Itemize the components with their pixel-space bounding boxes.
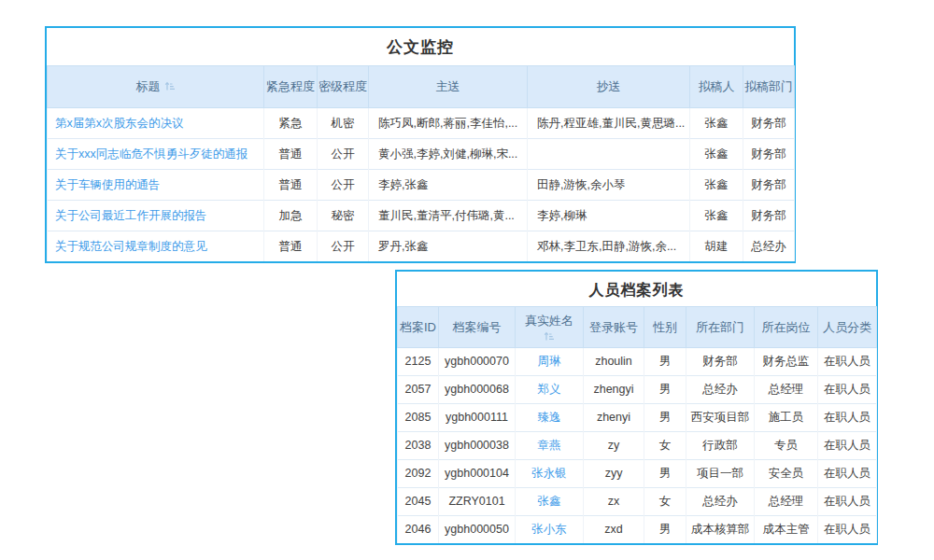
person-name-link[interactable]: 张小东 [531, 523, 567, 536]
table-row: 关于规范公司规章制度的意见普通公开罗丹,张鑫邓林,李卫东,田静,游恢,余...胡… [48, 231, 795, 262]
table-cell: 2038 [398, 431, 439, 459]
table-cell: 董川民,董清平,付伟璐,黄... [369, 201, 528, 231]
column-header: 紧急程度 [264, 66, 318, 108]
doc-monitor-table-body: 第x届第x次股东会的决议紧急机密陈巧凤,断郎,蒋丽,李佳怡,...陈丹,程亚雄,… [48, 108, 795, 262]
column-header-label: 档案ID [400, 320, 436, 334]
table-cell: 张鑫 [690, 108, 743, 139]
column-header: 所在部门 [686, 307, 755, 348]
table-cell: 臻逸 [516, 403, 584, 431]
table-row: 2057ygbh000068郑义zhengyi男总经办总经理在职人员 [398, 375, 877, 403]
person-name-link[interactable]: 张鑫 [538, 495, 561, 508]
table-cell: 财务部 [686, 347, 755, 375]
personnel-table: 档案ID档案编号真实姓名登录账号性别所在部门所在岗位人员分类 2125ygbh0… [397, 306, 877, 543]
table-cell: 西安项目部 [686, 403, 755, 431]
table-cell: 2057 [398, 375, 439, 403]
doc-title-link[interactable]: 关于车辆使用的通告 [55, 178, 161, 191]
doc-title-link[interactable]: 关于规范公司规章制度的意见 [55, 240, 207, 253]
column-header: 拟稿人 [690, 66, 743, 108]
table-row: 2085ygbh000111臻逸zhenyi男西安项目部施工员在职人员 [398, 403, 877, 431]
table-row: 2045ZZRY0101张鑫zx女总经办总经理在职人员 [398, 487, 877, 515]
column-header-label: 拟稿部门 [744, 79, 793, 93]
sort-icon[interactable] [164, 81, 176, 91]
table-cell: 机密 [318, 108, 369, 139]
table-cell: 黄小强,李婷,刘健,柳琳,宋... [369, 139, 528, 170]
table-cell: 张小东 [516, 515, 584, 543]
person-name-link[interactable]: 张永银 [531, 467, 567, 480]
table-row: 关于公司最近工作开展的报告加急秘密董川民,董清平,付伟璐,黄...李婷,柳琳张鑫… [48, 201, 795, 231]
table-cell: 张鑫 [516, 487, 584, 515]
table-cell: zy [584, 431, 644, 459]
doc-title-link[interactable]: 关于公司最近工作开展的报告 [55, 209, 207, 222]
table-row: 关于xxx同志临危不惧勇斗歹徒的通报普通公开黄小强,李婷,刘健,柳琳,宋...张… [48, 139, 795, 170]
table-cell: 在职人员 [818, 459, 877, 487]
column-header-label: 性别 [653, 320, 677, 334]
column-header-label: 登录账号 [589, 320, 638, 334]
table-cell: ygbh000070 [439, 347, 516, 375]
personnel-table-body: 2125ygbh000070周琳zhoulin男财务部财务总监在职人员2057y… [398, 347, 877, 543]
table-cell: 罗丹,张鑫 [369, 231, 528, 262]
sort-icon[interactable] [544, 331, 555, 342]
personnel-table-header: 档案ID档案编号真实姓名登录账号性别所在部门所在岗位人员分类 [398, 307, 877, 348]
table-cell: 2085 [398, 403, 439, 431]
table-cell: 普通 [264, 139, 318, 170]
table-cell: 周琳 [516, 347, 584, 375]
table-cell: 紧急 [264, 108, 318, 139]
table-cell: 在职人员 [818, 515, 877, 543]
table-cell: 成本核算部 [686, 515, 755, 543]
doc-title-link[interactable]: 第x届第x次股东会的决议 [55, 117, 184, 130]
column-header: 拟稿部门 [743, 66, 795, 108]
table-cell: 张鑫 [690, 201, 743, 231]
column-header: 抄送 [528, 66, 690, 108]
table-cell: 关于车辆使用的通告 [48, 170, 264, 201]
column-header: 档案ID [398, 307, 439, 348]
table-cell: 李婷,张鑫 [369, 170, 528, 201]
table-cell: 专员 [755, 431, 818, 459]
person-name-link[interactable]: 郑义 [538, 383, 561, 396]
column-header[interactable]: 标题 [48, 66, 264, 108]
table-cell: zyy [584, 459, 644, 487]
table-cell: 邓林,李卫东,田静,游恢,余... [528, 231, 690, 262]
table-cell: 郑义 [516, 375, 584, 403]
table-cell: zhengyi [584, 375, 644, 403]
table-cell: 关于公司最近工作开展的报告 [48, 201, 264, 231]
table-cell: 安全员 [755, 459, 818, 487]
person-name-link[interactable]: 臻逸 [538, 411, 561, 424]
table-cell: 男 [644, 347, 686, 375]
table-cell: 男 [644, 515, 686, 543]
table-cell: 项目一部 [686, 459, 755, 487]
doc-title-link[interactable]: 关于xxx同志临危不惧勇斗歹徒的通报 [55, 147, 248, 161]
table-cell: 在职人员 [818, 487, 877, 515]
table-cell: ZZRY0101 [439, 487, 516, 515]
table-cell: 女 [644, 431, 686, 459]
table-cell: 女 [644, 487, 686, 515]
table-cell: 章燕 [516, 431, 584, 459]
column-header-label: 主送 [436, 79, 460, 93]
table-cell: 总经办 [743, 231, 795, 262]
header-row: 标题紧急程度密级程度主送抄送拟稿人拟稿部门 [48, 66, 795, 108]
table-cell: 2125 [398, 347, 439, 375]
person-name-link[interactable]: 周琳 [538, 355, 561, 368]
table-cell: 2045 [398, 487, 439, 515]
table-cell: 在职人员 [818, 403, 877, 431]
table-cell: 财务部 [743, 201, 795, 231]
column-header: 密级程度 [318, 66, 369, 108]
table-cell: 公开 [318, 170, 369, 201]
table-cell: 普通 [264, 170, 318, 201]
doc-monitor-table: 标题紧急程度密级程度主送抄送拟稿人拟稿部门 第x届第x次股东会的决议紧急机密陈巧… [47, 65, 795, 261]
table-cell: 在职人员 [818, 375, 877, 403]
column-header-label: 拟稿人 [699, 79, 735, 93]
table-cell: 男 [644, 375, 686, 403]
column-header[interactable]: 真实姓名 [516, 307, 584, 348]
column-header-label: 标题 [136, 79, 161, 93]
table-row: 2092ygbh000104张永银zyy男项目一部安全员在职人员 [398, 459, 877, 487]
table-row: 2038ygbh000038章燕zy女行政部专员在职人员 [398, 431, 877, 459]
table-row: 2046ygbh000050张小东zxd男成本核算部成本主管在职人员 [398, 515, 877, 543]
table-cell: 施工员 [755, 403, 818, 431]
column-header: 所在岗位 [755, 307, 818, 348]
table-row: 第x届第x次股东会的决议紧急机密陈巧凤,断郎,蒋丽,李佳怡,...陈丹,程亚雄,… [48, 108, 795, 139]
column-header: 性别 [644, 307, 686, 348]
column-header-label: 所在岗位 [762, 320, 811, 334]
person-name-link[interactable]: 章燕 [538, 439, 561, 452]
table-cell: ygbh000104 [439, 459, 516, 487]
table-row: 2125ygbh000070周琳zhoulin男财务部财务总监在职人员 [398, 347, 877, 375]
